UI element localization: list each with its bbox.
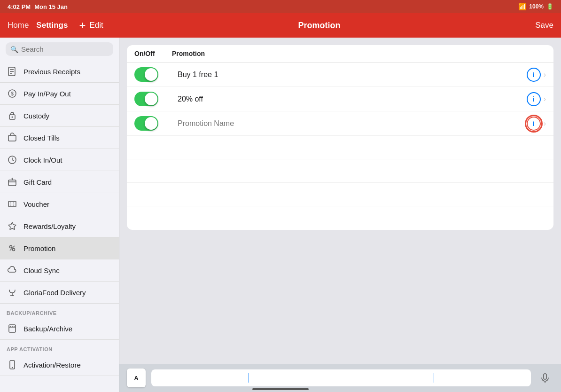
closed-tills-icon [7,132,18,143]
time: 4:02 PM [8,3,31,10]
sidebar-item-activation-restore[interactable]: Activation/Restore [0,354,119,376]
status-bar-right: 📶 100% 🔋 [518,3,553,10]
sidebar-item-closed-tills[interactable]: Closed Tills [0,127,119,149]
toggle-thumb [145,117,157,130]
sidebar-item-cloud-sync[interactable]: Cloud Sync [0,259,119,282]
battery-percent: 100% [529,3,544,10]
promotion-icon [7,243,18,254]
gift-card-icon [7,176,18,188]
status-bar-left: 4:02 PM Mon 15 Jan [8,3,68,10]
chevron-icon-buy1free1: › [544,71,546,79]
keyboard-bar: A [119,364,561,392]
info-button-buy1free1[interactable]: i [527,68,541,82]
header: Home Settings + Edit Promotion Save [0,13,561,38]
gloria-food-icon [7,287,18,298]
sidebar-item-label: Backup/Archive [23,325,72,333]
table-row: 20% off i › [127,87,553,111]
table-row-new: i › [127,111,553,136]
empty-row [127,183,553,206]
add-button[interactable]: + [79,19,86,32]
settings-label: Settings [36,21,68,30]
empty-row [127,206,553,230]
svg-text:$: $ [11,91,14,96]
backup-icon [7,323,18,334]
keyboard-abc-button[interactable]: A [127,368,146,387]
sidebar-item-label: Custody [23,112,49,120]
pay-in-pay-out-icon: $ [7,88,18,99]
home-indicator [252,388,309,390]
search-icon: 🔍 [10,46,18,53]
sidebar-item-label: Activation/Restore [23,361,81,369]
chevron-icon-20off: › [544,95,546,103]
sidebar-item-label: Rewards/Loyalty [23,222,76,230]
toggle-20off[interactable] [134,92,158,106]
svg-point-22 [12,367,13,368]
toggle-thumb [145,93,157,105]
toggle-new[interactable] [134,116,158,131]
sidebar-item-label: Gift Card [23,178,52,186]
svg-rect-23 [544,374,546,379]
home-button[interactable]: Home [8,21,29,30]
empty-row [127,159,553,183]
toggle-container-new [134,116,172,131]
sidebar: 🔍 Previous Receipts $ Pay In/Pay Out Cus… [0,38,119,392]
toggle-buy1free1[interactable] [134,67,158,82]
backup-section-label: BACKUP/ARCHIVE [0,304,119,318]
activation-icon [7,359,18,370]
sidebar-item-rewards-loyalty[interactable]: Rewards/Loyalty [0,215,119,237]
rewards-icon [7,220,18,232]
promotion-table: On/Off Promotion Buy 1 free 1 i › 20% of… [127,45,553,230]
sidebar-item-gloria-food[interactable]: GloriaFood Delivery [0,282,119,304]
mic-icon [540,373,550,383]
sidebar-item-voucher[interactable]: Voucher [0,193,119,215]
toggle-container-20off [134,92,172,106]
save-button[interactable]: Save [535,21,553,30]
sidebar-item-custody[interactable]: Custody [0,105,119,127]
empty-row [127,136,553,159]
svg-rect-8 [8,135,16,141]
column-promotion: Promotion [172,50,546,57]
wifi-icon: 📶 [518,3,526,10]
toggle-thumb [145,68,157,81]
sidebar-item-label: Promotion [23,244,55,252]
sidebar-item-pay-in-pay-out[interactable]: $ Pay In/Pay Out [0,83,119,105]
voucher-icon [7,198,18,210]
sidebar-item-backup-archive[interactable]: Backup/Archive [0,318,119,340]
battery-icon: 🔋 [546,3,553,10]
sidebar-item-label: Voucher [23,200,49,208]
svg-rect-10 [8,180,16,186]
edit-button[interactable]: Edit [89,21,103,30]
keyboard-cursor [249,373,249,383]
sidebar-item-promotion[interactable]: Promotion [0,237,119,259]
keyboard-abc-label: A [134,375,138,382]
search-bar[interactable]: 🔍 [6,42,113,56]
custody-icon [7,110,18,121]
info-button-20off[interactable]: i [527,92,541,106]
cloud-sync-icon [7,265,18,276]
main-content: On/Off Promotion Buy 1 free 1 i › 20% of… [119,38,561,364]
promo-name-20off: 20% off [178,95,521,103]
table-header: On/Off Promotion [127,45,553,63]
search-input[interactable] [21,45,109,53]
sidebar-item-label: Closed Tills [23,134,60,142]
keyboard-mic-button[interactable] [537,369,553,386]
keyboard-input-area[interactable] [151,369,531,386]
sidebar-item-previous-receipts[interactable]: Previous Receipts [0,61,119,83]
page-title: Promotion [103,21,536,31]
chevron-icon-new: › [544,119,546,128]
promo-name-input[interactable] [178,119,521,128]
sidebar-item-gift-card[interactable]: Gift Card [0,171,119,193]
date: Mon 15 Jan [34,3,68,10]
svg-point-7 [12,117,13,118]
table-row: Buy 1 free 1 i › [127,63,553,87]
svg-point-12 [13,249,15,251]
sidebar-item-label: GloriaFood Delivery [23,289,86,297]
column-onoff: On/Off [134,50,172,57]
info-button-new[interactable]: i [527,117,541,131]
activation-section-label: APP ACTIVATION [0,340,119,354]
status-bar: 4:02 PM Mon 15 Jan 📶 100% 🔋 [0,0,561,13]
sidebar-item-clock-in-out[interactable]: Clock In/Out [0,149,119,171]
sidebar-item-label: Previous Receipts [23,68,80,76]
toggle-container-buy1free1 [134,67,172,82]
keyboard-cursor-right [434,373,434,383]
